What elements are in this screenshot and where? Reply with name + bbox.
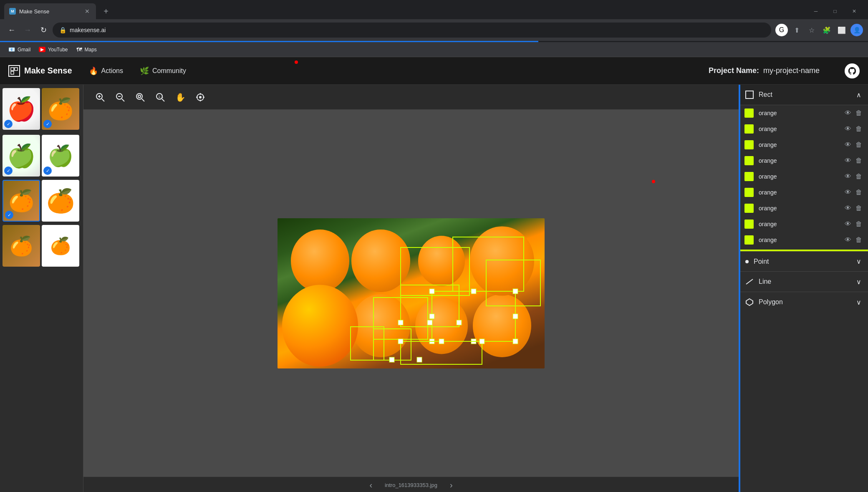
delete-icon-6[interactable]: 🗑	[855, 189, 862, 196]
label-row-8: orange 👁 🗑	[739, 216, 868, 232]
point-section-header[interactable]: Point ∨	[739, 251, 868, 271]
sidebar-row-2: 🍏 ✓ 🍏 ✓	[0, 133, 83, 178]
rect-title: Rect	[759, 91, 772, 98]
delete-icon-7[interactable]: 🗑	[855, 204, 862, 212]
community-label: Community	[152, 67, 186, 75]
next-image-button[interactable]: ›	[450, 480, 453, 490]
maps-icon: 🗺	[76, 46, 82, 53]
sidebar-image-3[interactable]: 🍏 ✓	[3, 135, 40, 177]
window-controls: ─ □ ✕	[806, 5, 864, 18]
sidebar: 🍎 ✓ 🍊 ✓ 🍏 ✓	[0, 85, 83, 492]
minimize-button[interactable]: ─	[806, 5, 825, 18]
new-tab-button[interactable]: +	[99, 5, 113, 18]
svg-rect-0	[11, 68, 14, 71]
maps-label: Maps	[85, 47, 97, 53]
sidebar-image-4[interactable]: 🍏 ✓	[42, 135, 79, 177]
bookmark-maps[interactable]: 🗺 Maps	[73, 44, 100, 55]
bookmark-star-icon[interactable]: ☆	[805, 24, 818, 36]
point-expand-icon[interactable]: ∨	[856, 257, 861, 265]
bookmark-youtube[interactable]: ▶ YouTube	[35, 44, 71, 55]
delete-icon-2[interactable]: 🗑	[855, 125, 862, 133]
user-avatar[interactable]: 👤	[850, 24, 863, 36]
rect-section-header[interactable]: Rect ∧	[739, 85, 868, 105]
pan-tool-button[interactable]: ✋	[172, 89, 189, 106]
zoom-fit-button[interactable]	[132, 89, 149, 106]
app-header: Make Sense 🔥 Actions 🌿 Community Project…	[0, 57, 868, 85]
line-title: Line	[759, 278, 771, 285]
bookmarks-bar: 📧 Gmail ▶ YouTube 🗺 Maps	[0, 42, 868, 57]
sidebar-image-7[interactable]: 🍊	[3, 225, 40, 267]
eye-icon-1[interactable]: 👁	[845, 109, 851, 117]
eye-icon-4[interactable]: 👁	[845, 157, 851, 164]
app-logo[interactable]: Make Sense	[8, 65, 72, 77]
browser-chrome: M Make Sense ✕ + ─ □ ✕ ← → ↻ 🔒 makesense…	[0, 0, 868, 57]
sidebar-image-5[interactable]: 🍊 ✓	[3, 180, 40, 222]
delete-icon-1[interactable]: 🗑	[855, 109, 862, 117]
eye-icon-2[interactable]: 👁	[845, 125, 851, 133]
sidebar-check-3: ✓	[4, 167, 13, 175]
rect-collapse-icon[interactable]: ∧	[856, 91, 861, 99]
eye-icon-3[interactable]: 👁	[845, 141, 851, 149]
polygon-header-left: Polygon	[745, 298, 783, 306]
label-color-7	[744, 204, 754, 213]
eye-icon-5[interactable]: 👁	[845, 173, 851, 180]
eye-icon-7[interactable]: 👁	[845, 204, 851, 212]
tab-close-icon[interactable]: ✕	[83, 8, 91, 15]
logo-icon	[8, 65, 20, 77]
polygon-expand-icon[interactable]: ∨	[856, 298, 861, 306]
label-row-6: orange 👁 🗑	[739, 184, 868, 200]
canvas-dot-indicator	[652, 180, 655, 183]
youtube-icon: ▶	[39, 47, 45, 52]
delete-icon-8[interactable]: 🗑	[855, 220, 862, 228]
extensions-icon[interactable]: 🧩	[820, 24, 833, 36]
eye-icon-8[interactable]: 👁	[845, 220, 851, 228]
right-panel: Rect ∧ orange 👁 🗑 orange 👁 🗑	[739, 85, 868, 492]
crosshair-button[interactable]	[192, 89, 209, 106]
eye-icon-6[interactable]: 👁	[845, 189, 851, 196]
label-actions-7: 👁 🗑	[845, 204, 862, 212]
maximize-button[interactable]: □	[825, 5, 845, 18]
project-name-area: Project Name: my-project-name	[709, 66, 820, 75]
github-button[interactable]	[845, 63, 860, 78]
label-actions-8: 👁 🗑	[845, 220, 862, 228]
svg-line-47	[746, 279, 753, 284]
delete-icon-9[interactable]: 🗑	[855, 236, 862, 244]
label-row-1: orange 👁 🗑	[739, 105, 868, 121]
zoom-out-button[interactable]	[112, 89, 129, 106]
eye-icon-9[interactable]: 👁	[845, 236, 851, 244]
label-color-3	[744, 140, 754, 149]
google-icon[interactable]: G	[779, 26, 784, 34]
gmail-icon: 📧	[8, 46, 15, 53]
back-button[interactable]: ←	[5, 23, 18, 37]
sidebar-image-1[interactable]: 🍎 ✓	[3, 88, 40, 130]
actions-nav-item[interactable]: 🔥 Actions	[89, 66, 123, 76]
forward-button[interactable]: →	[21, 23, 34, 37]
polygon-section-header[interactable]: Polygon ∨	[739, 292, 868, 312]
share-icon[interactable]: ⬆	[790, 24, 803, 36]
prev-image-button[interactable]: ‹	[369, 480, 372, 490]
sidebar-image-2[interactable]: 🍊 ✓	[42, 88, 79, 130]
sidebar-image-8[interactable]: 🍊	[42, 225, 79, 267]
sidebar-toggle-icon[interactable]: ⬜	[835, 24, 848, 36]
delete-icon-5[interactable]: 🗑	[855, 173, 862, 180]
sidebar-image-6[interactable]: 🍊	[42, 180, 79, 222]
label-name-1: orange	[759, 110, 840, 116]
delete-icon-4[interactable]: 🗑	[855, 157, 862, 164]
sidebar-row-4: 🍊 🍊	[0, 223, 83, 268]
project-name-label: Project Name:	[709, 66, 759, 75]
reload-button[interactable]: ↻	[37, 23, 50, 37]
community-nav-item[interactable]: 🌿 Community	[140, 66, 186, 76]
line-section-header[interactable]: Line ∨	[739, 271, 868, 292]
active-tab[interactable]: M Make Sense ✕	[4, 3, 96, 19]
svg-line-4	[102, 99, 104, 101]
label-color-5	[744, 172, 754, 181]
zoom-reset-button[interactable]: 1:1	[152, 89, 169, 106]
close-button[interactable]: ✕	[845, 5, 864, 18]
address-input[interactable]: 🔒 makesense.ai	[53, 23, 771, 38]
label-row-3: orange 👁 🗑	[739, 137, 868, 153]
zoom-in-button[interactable]	[92, 89, 108, 106]
delete-icon-3[interactable]: 🗑	[855, 141, 862, 149]
label-name-8: orange	[759, 221, 840, 227]
line-expand-icon[interactable]: ∨	[856, 278, 861, 286]
bookmark-gmail[interactable]: 📧 Gmail	[5, 44, 34, 55]
